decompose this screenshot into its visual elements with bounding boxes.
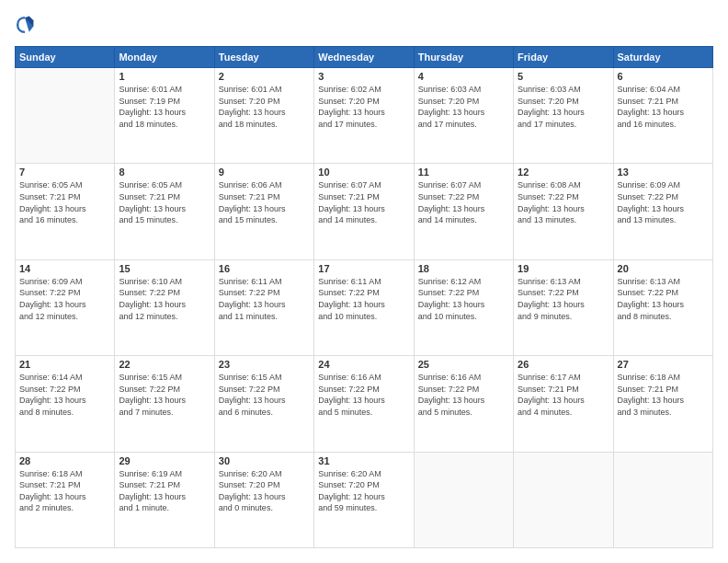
day-info: Sunrise: 6:06 AM Sunset: 7:21 PM Dayligh… (219, 179, 310, 225)
day-number: 9 (219, 167, 310, 178)
day-info: Sunrise: 6:20 AM Sunset: 7:20 PM Dayligh… (219, 468, 310, 514)
day-number: 29 (119, 455, 210, 466)
day-cell: 16Sunrise: 6:11 AM Sunset: 7:22 PM Dayli… (214, 259, 313, 355)
header (15, 15, 713, 35)
day-cell: 1Sunrise: 6:01 AM Sunset: 7:19 PM Daylig… (115, 68, 214, 164)
day-number: 27 (618, 359, 709, 370)
day-cell: 9Sunrise: 6:06 AM Sunset: 7:21 PM Daylig… (214, 164, 313, 259)
day-info: Sunrise: 6:17 AM Sunset: 7:21 PM Dayligh… (518, 372, 609, 418)
day-info: Sunrise: 6:04 AM Sunset: 7:21 PM Dayligh… (618, 84, 709, 130)
day-info: Sunrise: 6:15 AM Sunset: 7:22 PM Dayligh… (219, 372, 310, 418)
day-cell: 3Sunrise: 6:02 AM Sunset: 7:20 PM Daylig… (314, 68, 414, 164)
day-cell: 4Sunrise: 6:03 AM Sunset: 7:20 PM Daylig… (414, 68, 513, 164)
day-info: Sunrise: 6:15 AM Sunset: 7:22 PM Dayligh… (119, 372, 210, 418)
week-row-5: 28Sunrise: 6:18 AM Sunset: 7:21 PM Dayli… (16, 452, 713, 547)
day-info: Sunrise: 6:01 AM Sunset: 7:19 PM Dayligh… (119, 84, 210, 130)
day-number: 3 (318, 71, 409, 82)
day-number: 28 (19, 455, 110, 466)
day-number: 10 (318, 167, 409, 178)
week-row-4: 21Sunrise: 6:14 AM Sunset: 7:22 PM Dayli… (16, 356, 713, 452)
day-number: 20 (618, 263, 709, 274)
day-cell: 21Sunrise: 6:14 AM Sunset: 7:22 PM Dayli… (16, 356, 115, 452)
day-cell: 26Sunrise: 6:17 AM Sunset: 7:21 PM Dayli… (514, 356, 613, 452)
day-cell: 10Sunrise: 6:07 AM Sunset: 7:21 PM Dayli… (314, 164, 414, 259)
day-cell: 28Sunrise: 6:18 AM Sunset: 7:21 PM Dayli… (16, 452, 115, 547)
day-info: Sunrise: 6:05 AM Sunset: 7:21 PM Dayligh… (19, 179, 110, 225)
week-row-1: 1Sunrise: 6:01 AM Sunset: 7:19 PM Daylig… (16, 68, 713, 164)
day-number: 25 (418, 359, 509, 370)
col-header-wednesday: Wednesday (314, 47, 414, 68)
day-number: 18 (418, 263, 509, 274)
day-cell: 12Sunrise: 6:08 AM Sunset: 7:22 PM Dayli… (514, 164, 613, 259)
col-header-friday: Friday (514, 47, 613, 68)
day-info: Sunrise: 6:03 AM Sunset: 7:20 PM Dayligh… (418, 84, 509, 130)
day-cell (16, 68, 115, 164)
day-info: Sunrise: 6:13 AM Sunset: 7:22 PM Dayligh… (518, 276, 609, 322)
day-info: Sunrise: 6:18 AM Sunset: 7:21 PM Dayligh… (618, 372, 709, 418)
day-cell: 27Sunrise: 6:18 AM Sunset: 7:21 PM Dayli… (613, 356, 712, 452)
day-number: 19 (518, 263, 609, 274)
day-info: Sunrise: 6:16 AM Sunset: 7:22 PM Dayligh… (418, 372, 509, 418)
day-info: Sunrise: 6:09 AM Sunset: 7:22 PM Dayligh… (19, 276, 110, 322)
day-cell (613, 452, 712, 547)
calendar-table: SundayMondayTuesdayWednesdayThursdayFrid… (15, 46, 713, 548)
day-cell: 24Sunrise: 6:16 AM Sunset: 7:22 PM Dayli… (314, 356, 414, 452)
col-header-thursday: Thursday (414, 47, 513, 68)
day-cell: 5Sunrise: 6:03 AM Sunset: 7:20 PM Daylig… (514, 68, 613, 164)
day-info: Sunrise: 6:10 AM Sunset: 7:22 PM Dayligh… (119, 276, 210, 322)
day-cell: 8Sunrise: 6:05 AM Sunset: 7:21 PM Daylig… (115, 164, 214, 259)
day-cell: 20Sunrise: 6:13 AM Sunset: 7:22 PM Dayli… (613, 259, 712, 355)
day-info: Sunrise: 6:02 AM Sunset: 7:20 PM Dayligh… (318, 84, 409, 130)
col-header-monday: Monday (115, 47, 214, 68)
day-cell: 2Sunrise: 6:01 AM Sunset: 7:20 PM Daylig… (214, 68, 313, 164)
day-number: 5 (518, 71, 609, 82)
day-info: Sunrise: 6:03 AM Sunset: 7:20 PM Dayligh… (518, 84, 609, 130)
day-number: 15 (119, 263, 210, 274)
week-row-3: 14Sunrise: 6:09 AM Sunset: 7:22 PM Dayli… (16, 259, 713, 355)
day-cell: 6Sunrise: 6:04 AM Sunset: 7:21 PM Daylig… (613, 68, 712, 164)
day-cell: 29Sunrise: 6:19 AM Sunset: 7:21 PM Dayli… (115, 452, 214, 547)
day-cell: 23Sunrise: 6:15 AM Sunset: 7:22 PM Dayli… (214, 356, 313, 452)
day-cell: 15Sunrise: 6:10 AM Sunset: 7:22 PM Dayli… (115, 259, 214, 355)
day-number: 2 (219, 71, 310, 82)
day-info: Sunrise: 6:11 AM Sunset: 7:22 PM Dayligh… (219, 276, 310, 322)
day-info: Sunrise: 6:14 AM Sunset: 7:22 PM Dayligh… (19, 372, 110, 418)
day-cell: 17Sunrise: 6:11 AM Sunset: 7:22 PM Dayli… (314, 259, 414, 355)
day-number: 16 (219, 263, 310, 274)
day-info: Sunrise: 6:13 AM Sunset: 7:22 PM Dayligh… (618, 276, 709, 322)
day-number: 6 (618, 71, 709, 82)
week-row-2: 7Sunrise: 6:05 AM Sunset: 7:21 PM Daylig… (16, 164, 713, 259)
day-number: 26 (518, 359, 609, 370)
day-number: 17 (318, 263, 409, 274)
day-number: 1 (119, 71, 210, 82)
day-info: Sunrise: 6:20 AM Sunset: 7:20 PM Dayligh… (318, 468, 409, 514)
day-number: 7 (19, 167, 110, 178)
day-info: Sunrise: 6:05 AM Sunset: 7:21 PM Dayligh… (119, 179, 210, 225)
day-cell (514, 452, 613, 547)
day-info: Sunrise: 6:09 AM Sunset: 7:22 PM Dayligh… (618, 179, 709, 225)
day-cell: 31Sunrise: 6:20 AM Sunset: 7:20 PM Dayli… (314, 452, 414, 547)
day-number: 13 (618, 167, 709, 178)
day-info: Sunrise: 6:07 AM Sunset: 7:22 PM Dayligh… (418, 179, 509, 225)
day-number: 11 (418, 167, 509, 178)
day-info: Sunrise: 6:01 AM Sunset: 7:20 PM Dayligh… (219, 84, 310, 130)
day-cell: 18Sunrise: 6:12 AM Sunset: 7:22 PM Dayli… (414, 259, 513, 355)
logo-icon (15, 15, 35, 35)
day-cell: 14Sunrise: 6:09 AM Sunset: 7:22 PM Dayli… (16, 259, 115, 355)
day-info: Sunrise: 6:11 AM Sunset: 7:22 PM Dayligh… (318, 276, 409, 322)
col-header-sunday: Sunday (16, 47, 115, 68)
day-cell: 22Sunrise: 6:15 AM Sunset: 7:22 PM Dayli… (115, 356, 214, 452)
day-number: 23 (219, 359, 310, 370)
day-info: Sunrise: 6:16 AM Sunset: 7:22 PM Dayligh… (318, 372, 409, 418)
day-number: 30 (219, 455, 310, 466)
day-number: 8 (119, 167, 210, 178)
day-info: Sunrise: 6:12 AM Sunset: 7:22 PM Dayligh… (418, 276, 509, 322)
day-number: 31 (318, 455, 409, 466)
day-number: 21 (19, 359, 110, 370)
logo (15, 15, 39, 35)
col-header-tuesday: Tuesday (214, 47, 313, 68)
day-cell: 11Sunrise: 6:07 AM Sunset: 7:22 PM Dayli… (414, 164, 513, 259)
day-cell (414, 452, 513, 547)
day-number: 14 (19, 263, 110, 274)
day-cell: 30Sunrise: 6:20 AM Sunset: 7:20 PM Dayli… (214, 452, 313, 547)
